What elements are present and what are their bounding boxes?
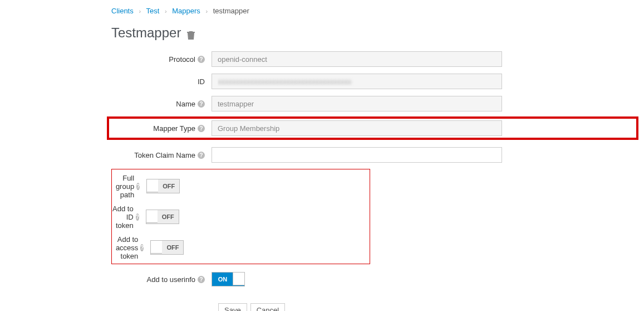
label-add-userinfo: Add to userinfo	[147, 275, 195, 284]
field-add-id-token: Add to ID token ? OFF	[112, 205, 370, 230]
help-icon[interactable]: ?	[198, 100, 205, 108]
trash-icon[interactable]	[186, 28, 195, 38]
breadcrumb-link-mappers[interactable]: Mappers	[172, 7, 200, 15]
help-icon[interactable]: ?	[136, 213, 139, 221]
field-add-access-token: Add to access token ? OFF	[112, 235, 370, 260]
breadcrumb-link-clients[interactable]: Clients	[111, 7, 134, 15]
field-protocol: Protocol ?	[111, 51, 644, 67]
label-add-id-token: Add to ID token	[112, 205, 134, 230]
page-title: Testmapper	[111, 25, 644, 41]
toggle-label: ON	[212, 273, 233, 286]
field-add-userinfo: Add to userinfo ? ON	[111, 271, 644, 288]
chevron-right-icon: ›	[165, 8, 167, 14]
field-token-claim-name: Token Claim Name ?	[111, 147, 644, 163]
label-full-group-path: Full group path	[112, 174, 134, 199]
label-name: Name	[176, 100, 195, 108]
help-icon[interactable]: ?	[198, 152, 205, 159]
help-icon[interactable]: ?	[140, 244, 144, 251]
input-id	[212, 74, 502, 89]
field-mapper-type: Mapper Type ?	[111, 120, 644, 137]
label-protocol: Protocol	[169, 55, 195, 64]
toggle-full-group-path[interactable]: OFF	[146, 179, 180, 193]
cancel-button[interactable]: Cancel	[250, 303, 285, 311]
breadcrumb-link-test[interactable]: Test	[146, 7, 159, 15]
input-name	[212, 96, 502, 111]
toggle-group-highlighted: Full group path ? OFF Add to ID token ?	[111, 169, 370, 264]
toggle-label: OFF	[162, 241, 183, 254]
chevron-right-icon: ›	[205, 8, 208, 14]
label-token-claim: Token Claim Name	[134, 151, 195, 159]
help-icon[interactable]: ?	[198, 125, 205, 132]
toggle-add-access-token[interactable]: OFF	[150, 240, 184, 255]
input-token-claim[interactable]	[212, 147, 502, 163]
save-button[interactable]: Save	[218, 303, 247, 311]
field-id: ID	[111, 73, 644, 90]
input-protocol	[212, 51, 502, 67]
page-title-text: Testmapper	[111, 25, 181, 41]
label-mapper-type: Mapper Type	[153, 124, 195, 133]
help-icon[interactable]: ?	[136, 183, 140, 190]
help-icon[interactable]: ?	[198, 276, 205, 283]
chevron-right-icon: ›	[139, 8, 141, 14]
label-id: ID	[198, 77, 205, 86]
help-icon[interactable]: ?	[198, 56, 205, 63]
breadcrumb: Clients › Test › Mappers › testmapper	[111, 7, 644, 15]
toggle-add-id-token[interactable]: OFF	[146, 210, 179, 224]
label-add-access-token: Add to access token	[112, 235, 138, 260]
breadcrumb-current: testmapper	[213, 7, 249, 15]
toggle-label: OFF	[158, 179, 179, 193]
toggle-label: OFF	[158, 210, 179, 223]
field-name: Name ?	[111, 95, 644, 112]
toggle-add-userinfo[interactable]: ON	[212, 272, 245, 286]
field-full-group-path: Full group path ? OFF	[112, 174, 370, 199]
input-mapper-type	[212, 120, 502, 136]
